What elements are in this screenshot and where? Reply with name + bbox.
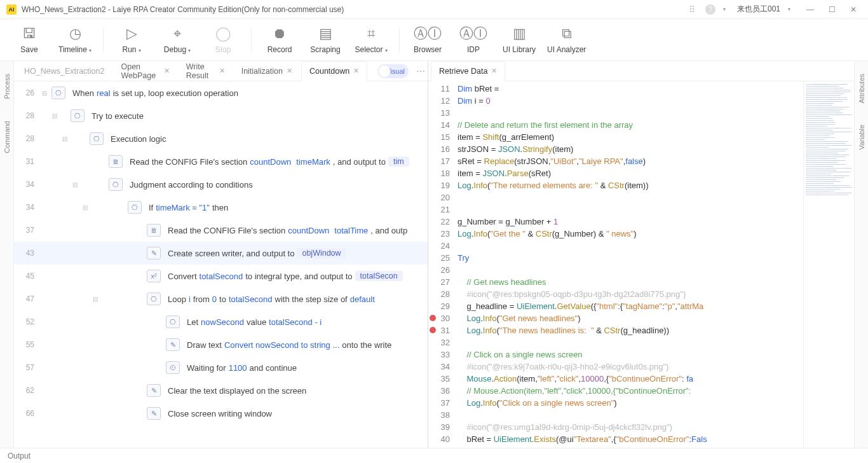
- scraping-button[interactable]: ▤Scraping: [302, 24, 348, 57]
- tab-write-result[interactable]: Write Result✕: [179, 61, 233, 81]
- user-label[interactable]: 来也员工001: [737, 4, 780, 15]
- idp-button[interactable]: ⒶⒾIDP: [451, 24, 496, 57]
- close-icon[interactable]: ✕: [491, 67, 497, 75]
- flow-row[interactable]: 34⊟⎔Judgment according to conditions: [14, 173, 428, 196]
- flow-row[interactable]: 34⊟⎔If timeMark = "1" then: [14, 196, 428, 219]
- flow-row[interactable]: 45x²Convert totalSecond to integral type…: [14, 265, 428, 287]
- code-editor[interactable]: 11Dim bRet = 12Dim i = 013 14// Delete a…: [428, 81, 803, 448]
- flow-row[interactable]: 28⊟⎔Try to execute: [14, 104, 428, 127]
- flow-row[interactable]: 26⊟⎔When real is set up, loop execution …: [14, 81, 428, 104]
- statusbar: Output: [0, 448, 868, 463]
- flow-row[interactable]: 62✎Clear the text displayed on the scree…: [14, 379, 428, 402]
- help-icon[interactable]: ?: [705, 4, 715, 15]
- flow-row[interactable]: 47⊟⎔Loop i from 0 to totalSecond with th…: [14, 287, 428, 310]
- flow-row[interactable]: 52⎔Let nowSecond value totalSecond - i: [14, 310, 428, 333]
- browser-button[interactable]: ⒶⒾBrowser: [405, 24, 451, 57]
- close-button[interactable]: ✕: [845, 5, 862, 14]
- titlebar: AI WHO_News_Extraction2 - Laiye RPA Crea…: [0, 0, 868, 19]
- main-toolbar: 🖫Save ◷Timeline▾ ▷Run▾ ⌖Debug▾ ◯Stop ⏺Re…: [0, 19, 868, 61]
- debug-button[interactable]: ⌖Debug▾: [154, 24, 200, 57]
- tab-overflow-button[interactable]: ⋯: [416, 66, 425, 76]
- flow-pane: HO_News_Extraction2 Open WebPage✕ Write …: [14, 61, 428, 448]
- code-pane: Retrieve Data✕ 11Dim bRet = 12Dim i = 01…: [428, 61, 854, 448]
- selector-button[interactable]: ⌗Selector▾: [348, 24, 394, 57]
- timeline-button[interactable]: ◷Timeline▾: [52, 24, 98, 57]
- minimize-button[interactable]: —: [802, 5, 818, 14]
- process-panel-tab[interactable]: Process: [3, 74, 11, 99]
- visual-flow-list[interactable]: 26⊟⎔When real is set up, loop execution …: [14, 81, 428, 448]
- flow-row[interactable]: 31🗎Read the CONFIG File's section countD…: [14, 150, 428, 173]
- flow-row[interactable]: 43✎Create screen writer, and output to o…: [14, 242, 428, 265]
- output-panel-toggle[interactable]: Output: [8, 452, 31, 460]
- app-grid-icon[interactable]: ⠿: [689, 4, 695, 15]
- maximize-button[interactable]: ☐: [824, 5, 840, 14]
- visual-code-toggle[interactable]: Visual: [377, 64, 409, 78]
- flow-row[interactable]: 37🗎Read the CONFIG File's section countD…: [14, 219, 428, 242]
- tab-open-webpage[interactable]: Open WebPage✕: [113, 61, 177, 81]
- save-button[interactable]: 🖫Save: [6, 24, 52, 57]
- uianalyzer-button[interactable]: ⧉UI Analyzer: [542, 24, 591, 57]
- close-icon[interactable]: ✕: [219, 67, 225, 75]
- variable-panel-tab[interactable]: Variable: [858, 125, 865, 150]
- close-icon[interactable]: ✕: [287, 67, 292, 75]
- command-panel-tab[interactable]: Command: [3, 121, 11, 153]
- tab-extraction2[interactable]: HO_News_Extraction2: [17, 61, 112, 81]
- record-button[interactable]: ⏺Record: [257, 24, 302, 57]
- app-icon: AI: [6, 4, 17, 15]
- uilibrary-button[interactable]: ▥UI Library: [496, 24, 542, 57]
- flow-row[interactable]: 28⊟⎔Execution logic: [14, 127, 428, 150]
- close-icon[interactable]: ✕: [164, 67, 170, 75]
- tab-retrieve-data[interactable]: Retrieve Data✕: [431, 61, 505, 81]
- close-icon[interactable]: ✕: [353, 67, 359, 75]
- flow-row[interactable]: 55✎Draw text Convert nowSecond to string…: [14, 333, 428, 356]
- tab-initialization[interactable]: Initialization✕: [234, 61, 300, 81]
- flow-tabstrip: HO_News_Extraction2 Open WebPage✕ Write …: [14, 61, 428, 81]
- left-sidebar: Process Command: [0, 61, 14, 448]
- tab-countdown[interactable]: Countdown✕: [301, 61, 367, 81]
- stop-button: ◯Stop: [200, 24, 246, 57]
- attributes-panel-tab[interactable]: Attributes: [858, 74, 865, 103]
- flow-row[interactable]: 57⏲Waiting for 1100 and continue: [14, 356, 428, 379]
- window-title: WHO_News_Extraction2 - Laiye RPA Creator…: [22, 5, 689, 14]
- flow-row[interactable]: 66✎Close screen writing window: [14, 402, 428, 425]
- right-sidebar: Attributes Variable: [854, 61, 868, 448]
- minimap[interactable]: ▬▬▬▬ ▬▬▬▬▬▬▬▬▬▬▬▬▬▬▬ ▬▬▬▬▬▬ ▬▬▬▬▬▬▬ ▬▬▬▬…: [803, 81, 854, 448]
- run-button[interactable]: ▷Run▾: [109, 24, 154, 57]
